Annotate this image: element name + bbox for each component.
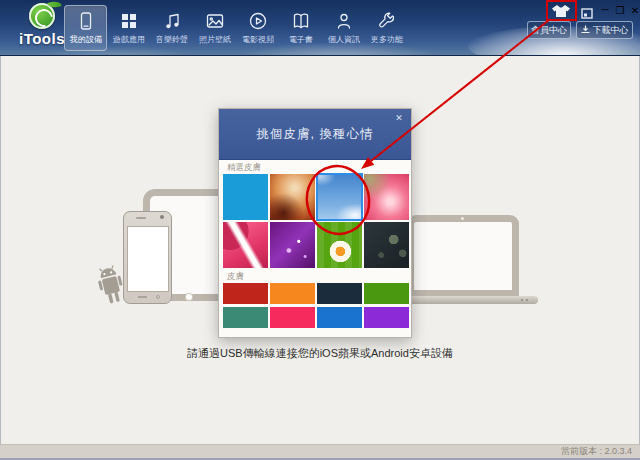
person-icon xyxy=(333,11,355,31)
phone-button-dot xyxy=(156,295,160,299)
dialog-title: 挑個皮膚, 換種心情 xyxy=(219,109,411,159)
nav-item-personal-info[interactable]: 個人資訊 xyxy=(322,5,365,51)
movies-icon xyxy=(247,11,269,31)
nav-item-ebooks[interactable]: 電子書 xyxy=(279,5,322,51)
skin-swatch-teddy-bear[interactable] xyxy=(270,174,315,220)
solid-skins-label: 皮膚 xyxy=(227,271,244,283)
skin-swatch-dark-bokeh[interactable] xyxy=(364,222,409,268)
member-center-button[interactable]: 會員中心 xyxy=(527,21,571,39)
skin-swatch-green-grass-flower[interactable] xyxy=(317,222,362,268)
laptop-base xyxy=(396,296,538,304)
skin-swatch-dark-navy[interactable] xyxy=(317,283,362,304)
wrench-icon xyxy=(376,11,398,31)
featured-skins-label: 精選皮膚 xyxy=(227,162,261,174)
laptop-webcam-dot xyxy=(461,217,464,220)
phone-camera-dot xyxy=(160,215,164,219)
phone-speaker xyxy=(136,217,146,219)
solid-skins-grid xyxy=(223,283,409,328)
nav-item-more-functions[interactable]: 更多功能 xyxy=(365,5,408,51)
skin-picker-dialog: 挑個皮膚, 換種心情 ✕ 精選皮膚 皮膚 xyxy=(218,108,412,338)
laptop-illustration xyxy=(407,215,519,297)
skin-swatch-blue-sky-clouds[interactable] xyxy=(317,174,362,220)
version-text: 當前版本 : 2.0.3.4 xyxy=(561,445,632,458)
photo-icon xyxy=(204,11,226,31)
skin-swatch-red-abstract[interactable] xyxy=(223,222,268,268)
download-icon xyxy=(581,25,590,36)
phone-button-dash xyxy=(138,296,147,298)
skin-tshirt-icon[interactable] xyxy=(551,4,571,18)
skin-swatch-rose[interactable] xyxy=(270,307,315,328)
ebook-icon xyxy=(290,11,312,31)
skin-swatch-pink-flowers[interactable] xyxy=(364,174,409,220)
skin-swatch-orange[interactable] xyxy=(270,283,315,304)
skin-swatch-green[interactable] xyxy=(364,283,409,304)
music-icon xyxy=(161,11,183,31)
download-center-button[interactable]: 下載中心 xyxy=(576,21,633,39)
skin-swatch-purple-sparkle[interactable] xyxy=(270,222,315,268)
skin-swatch-cyan[interactable] xyxy=(223,174,268,220)
dialog-close-icon[interactable]: ✕ xyxy=(393,112,405,124)
itools-logo-icon xyxy=(29,3,55,29)
minimize-icon[interactable]: ─ xyxy=(598,2,612,17)
restore-icon[interactable]: ❐ xyxy=(613,3,627,18)
nav-item-music-ringtones[interactable]: 音樂鈴聲 xyxy=(150,5,193,51)
main-nav: 我的設備 遊戲應用 音樂鈴聲 照片壁紙 xyxy=(64,5,408,51)
itools-window: iTools 我的設備 遊戲應用 音樂鈴聲 xyxy=(0,0,640,460)
skin-swatch-purple[interactable] xyxy=(364,307,409,328)
laptop-screen xyxy=(407,215,519,297)
nav-item-my-device[interactable]: 我的設備 xyxy=(64,5,107,51)
status-bar: 當前版本 : 2.0.3.4 xyxy=(0,444,640,460)
top-toolbar: iTools 我的設備 遊戲應用 音樂鈴聲 xyxy=(0,0,640,56)
tablet-home-button xyxy=(186,294,192,300)
featured-skins-grid xyxy=(223,174,409,268)
nav-item-apps[interactable]: 遊戲應用 xyxy=(107,5,150,51)
phone-icon xyxy=(75,11,97,31)
phone-screen xyxy=(127,226,169,292)
skin-swatch-blue[interactable] xyxy=(317,307,362,328)
skin-swatch-red[interactable] xyxy=(223,283,268,304)
close-icon[interactable]: ✕ xyxy=(628,3,640,18)
phone-illustration xyxy=(123,211,172,304)
dialog-header: 挑個皮膚, 換種心情 ✕ xyxy=(219,109,411,160)
connect-device-hint: 請通過USB傳輸線連接您的iOS蘋果或Android安卓設備 xyxy=(0,346,640,361)
skin-swatch-teal[interactable] xyxy=(223,307,268,328)
apps-icon xyxy=(118,11,140,31)
nav-item-movies-video[interactable]: 電影視頻 xyxy=(236,5,279,51)
nav-item-photos-wallpaper[interactable]: 照片壁紙 xyxy=(193,5,236,51)
